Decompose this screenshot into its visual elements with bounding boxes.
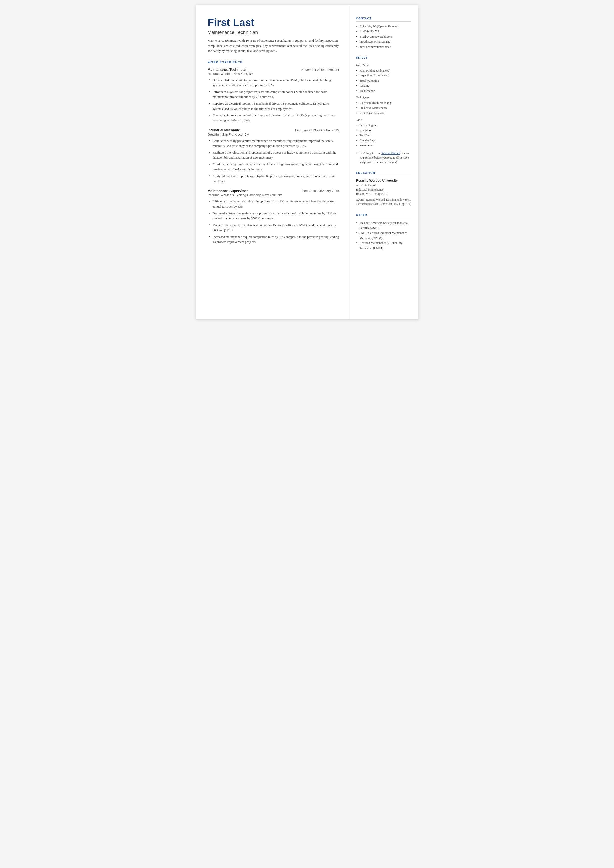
edu-field: Industrial Maintenance bbox=[356, 188, 383, 191]
list-item: Certified Maintenance & Reliability Tech… bbox=[356, 241, 411, 251]
job-1-header: Maintenance Technician November 2015 – P… bbox=[208, 68, 339, 71]
list-item: github.com/resumeworded bbox=[356, 44, 411, 49]
job-2-dates: February 2013 – October 2015 bbox=[295, 129, 339, 132]
edu-location-date: Boston, MA — May 2010 bbox=[356, 192, 387, 196]
tools-list: Safety Goggle Respirator Tool Belt Circu… bbox=[356, 123, 411, 148]
skills-heading: SKILLS bbox=[356, 56, 411, 61]
list-item: Safety Goggle bbox=[356, 123, 411, 128]
edu-awards: Awards: Resume Worded Teaching Fellow (o… bbox=[356, 198, 411, 207]
contact-heading: CONTACT bbox=[356, 17, 411, 22]
side-note-text: Don't forget to use bbox=[360, 152, 381, 155]
list-item: Tool Belt bbox=[356, 133, 411, 138]
list-item: Circular Saw bbox=[356, 138, 411, 143]
tools-label: Tools: bbox=[356, 118, 411, 122]
list-item: Inspection (Experienced) bbox=[356, 73, 411, 78]
other-section: OTHER Member, American Society for Indus… bbox=[356, 213, 411, 251]
list-item: Initiated and launched an onboarding pro… bbox=[208, 199, 339, 209]
list-item: Facilitated the relocation and replaceme… bbox=[208, 150, 339, 161]
list-item: Fault Finding (Advanced) bbox=[356, 68, 411, 73]
hard-skills-label: Hard Skills: bbox=[356, 63, 411, 67]
hard-skills-list: Fault Finding (Advanced) Inspection (Exp… bbox=[356, 68, 411, 93]
education-section: EDUCATION Resume Worded University Assoc… bbox=[356, 171, 411, 207]
list-item: Repaired 21 electrical motors, 15 mechan… bbox=[208, 101, 339, 112]
job-3-header: Maintenance Supervisor June 2010 – Janua… bbox=[208, 189, 339, 193]
resume-page: First Last Maintenance Technician Mainte… bbox=[196, 5, 419, 319]
job-2: Industrial Mechanic February 2013 – Octo… bbox=[208, 128, 339, 184]
edu-degree: Associate Degree Industrial Maintenance … bbox=[356, 183, 411, 196]
job-3-bullets: Initiated and launched an onboarding pro… bbox=[208, 199, 339, 244]
list-item: Member, American Society for Industrial … bbox=[356, 220, 411, 231]
list-item: Conducted weekly preventive maintenance … bbox=[208, 138, 339, 149]
list-item: Columbia, SC (Open to Remote) bbox=[356, 24, 411, 29]
techniques-label: Techniques: bbox=[356, 96, 411, 99]
job-1-bullets: Orchestrated a schedule to perform routi… bbox=[208, 78, 339, 123]
job-2-title: Industrial Mechanic bbox=[208, 128, 240, 132]
job-1: Maintenance Technician November 2015 – P… bbox=[208, 68, 339, 123]
edu-school: Resume Worded University bbox=[356, 179, 411, 182]
job-3-title: Maintenance Supervisor bbox=[208, 189, 248, 193]
job-3-company: Resume Worded's Exciting Company, New Yo… bbox=[208, 193, 339, 197]
list-item: Electrical Troubleshooting bbox=[356, 101, 411, 106]
list-item: Managed the monthly maintenance budget f… bbox=[208, 223, 339, 233]
other-heading: OTHER bbox=[356, 213, 411, 218]
candidate-summary: Maintenance technician with 10 years of … bbox=[208, 38, 339, 53]
list-item: Respirator bbox=[356, 128, 411, 133]
list-item: Predictive Maintenance bbox=[356, 106, 411, 110]
job-2-header: Industrial Mechanic February 2013 – Octo… bbox=[208, 128, 339, 132]
list-item: Created an innovative method that improv… bbox=[208, 113, 339, 123]
list-item: Designed a preventive maintenance progra… bbox=[208, 211, 339, 221]
techniques-list: Electrical Troubleshooting Predictive Ma… bbox=[356, 101, 411, 116]
job-1-company: Resume Worded, New York, NY bbox=[208, 72, 339, 76]
list-item: Troubleshooting bbox=[356, 78, 411, 83]
candidate-name: First Last bbox=[208, 17, 339, 28]
work-experience-heading: WORK EXPERIENCE bbox=[208, 61, 339, 64]
skills-section: SKILLS Hard Skills: Fault Finding (Advan… bbox=[356, 56, 411, 165]
list-item: Introduced a system for project requests… bbox=[208, 89, 339, 100]
job-3-dates: June 2010 – January 2013 bbox=[301, 189, 339, 193]
list-item: Fixed hydraulic systems on industrial ma… bbox=[208, 162, 339, 172]
list-item: Maintenance bbox=[356, 89, 411, 93]
side-column: CONTACT Columbia, SC (Open to Remote) +1… bbox=[349, 5, 419, 319]
job-1-dates: November 2015 – Present bbox=[301, 68, 339, 71]
list-item: Root Cause Analysis bbox=[356, 110, 411, 116]
job-2-bullets: Conducted weekly preventive maintenance … bbox=[208, 138, 339, 184]
contact-list: Columbia, SC (Open to Remote) +1-234-456… bbox=[356, 24, 411, 49]
list-item: Orchestrated a schedule to perform routi… bbox=[208, 78, 339, 88]
job-2-company: Growthsi, San Francisco, CA bbox=[208, 133, 339, 136]
list-item: Welding bbox=[356, 83, 411, 88]
list-item: +1-234-456-789 bbox=[356, 29, 411, 34]
job-1-title: Maintenance Technician bbox=[208, 68, 248, 71]
main-column: First Last Maintenance Technician Mainte… bbox=[196, 5, 349, 319]
education-heading: EDUCATION bbox=[356, 171, 411, 176]
list-item: Multimeter bbox=[356, 143, 411, 148]
list-item: linkedin.com/in/username bbox=[356, 39, 411, 44]
candidate-title: Maintenance Technician bbox=[208, 30, 339, 35]
list-item: Increased maintenance request completion… bbox=[208, 234, 339, 245]
list-item: Analyzed mechanical problems in hydrauli… bbox=[208, 174, 339, 184]
contact-section: CONTACT Columbia, SC (Open to Remote) +1… bbox=[356, 17, 411, 49]
job-3: Maintenance Supervisor June 2010 – Janua… bbox=[208, 189, 339, 244]
work-experience-section: WORK EXPERIENCE Maintenance Technician N… bbox=[208, 61, 339, 245]
edu-degree-text: Associate Degree bbox=[356, 183, 377, 187]
list-item: email@resumeworded.com bbox=[356, 34, 411, 39]
resume-worded-link[interactable]: Resume Worded bbox=[381, 152, 400, 155]
side-note: Don't forget to use Resume Worded to sca… bbox=[356, 151, 411, 165]
other-list: Member, American Society for Industrial … bbox=[356, 220, 411, 251]
list-item: SMRP-Certified Industrial Maintenance Me… bbox=[356, 230, 411, 241]
